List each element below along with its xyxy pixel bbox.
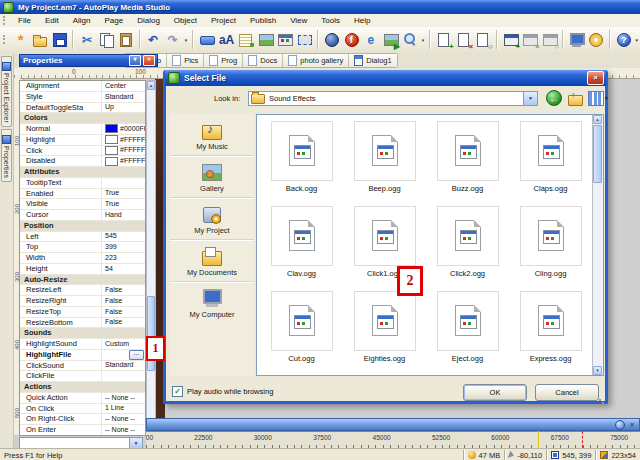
file-thumbnail-frame[interactable] <box>271 121 333 181</box>
property-value[interactable]: False <box>102 307 145 317</box>
file-item[interactable]: Click2.ogg <box>426 206 509 291</box>
back-button[interactable]: ← <box>546 90 562 106</box>
property-row[interactable]: HighlightSoundCustom <box>20 339 145 350</box>
redo-icon[interactable]: ↷ <box>164 31 181 49</box>
property-value[interactable]: #0000FF <box>102 124 145 134</box>
property-row[interactable]: On Click1 Line <box>20 404 145 415</box>
property-row[interactable]: TooltipText <box>20 178 145 189</box>
property-row[interactable]: Disabled#FFFFFF <box>20 156 145 167</box>
file-item[interactable]: Claps.ogg <box>509 121 592 206</box>
properties-scrollbar[interactable]: ▲ ▼ <box>146 80 156 436</box>
file-item[interactable]: Cut.ogg <box>260 291 343 376</box>
property-row[interactable]: DefaultToggleStaUp <box>20 103 145 114</box>
property-row[interactable]: Left545 <box>20 232 145 243</box>
property-value[interactable]: True <box>102 199 145 209</box>
open-project-icon[interactable] <box>31 31 48 49</box>
window-titlebar[interactable]: My Project.am7 - AutoPlay Media Studio <box>0 0 640 14</box>
property-value[interactable]: False <box>102 318 145 328</box>
play-audio-checkbox[interactable]: ✓ <box>172 386 183 397</box>
places-item-my-documents[interactable]: My Documents <box>170 239 254 281</box>
tab-dialog1[interactable]: Dialog1 <box>349 54 396 67</box>
file-item[interactable]: Back.ogg <box>260 121 343 206</box>
chevron-down-icon[interactable]: ▼ <box>523 92 537 105</box>
undo-icon[interactable]: ↶ <box>145 31 162 49</box>
file-item[interactable]: Buzz.ogg <box>426 121 509 206</box>
property-row[interactable]: Quick Action-- None -- <box>20 393 145 404</box>
file-thumbnail-frame[interactable] <box>520 206 582 266</box>
timeline-ruler[interactable]: 1500022500300003750045000525006000067500… <box>146 431 640 448</box>
scroll-up-icon[interactable]: ▲ <box>593 115 602 124</box>
property-row[interactable]: HighlightFile... <box>20 350 145 361</box>
property-row[interactable]: Top399 <box>20 242 145 253</box>
places-item-my-project[interactable]: My Project <box>170 197 254 239</box>
flash-object-icon[interactable]: f <box>343 31 360 49</box>
cut-icon[interactable]: ✂ <box>78 31 95 49</box>
new-project-icon[interactable]: * <box>12 31 29 49</box>
property-row[interactable]: CursorHand <box>20 210 145 221</box>
file-item[interactable]: Cling.ogg <box>509 206 592 291</box>
file-thumbnail-frame[interactable] <box>271 291 333 351</box>
file-thumbnail-frame[interactable] <box>354 291 416 351</box>
property-value[interactable] <box>102 371 145 381</box>
resize-grip[interactable] <box>598 398 604 404</box>
file-thumbnail-frame[interactable] <box>354 206 416 266</box>
property-value[interactable]: #FFFFFF <box>102 135 145 145</box>
browser-object-icon[interactable]: e <box>362 31 379 49</box>
property-value[interactable]: 545 <box>102 232 145 242</box>
file-item[interactable]: Eighties.ogg <box>343 291 426 376</box>
property-row[interactable]: ClickSoundStandard <box>20 361 145 372</box>
property-row[interactable]: VisibleTrue <box>20 199 145 210</box>
timeline-menu-icon[interactable] <box>615 420 625 430</box>
property-row[interactable]: ResizeLeftFalse <box>20 285 145 296</box>
label-object-icon[interactable]: aA <box>218 31 235 49</box>
close-icon[interactable]: × <box>143 55 155 66</box>
side-tab-properties[interactable]: Properties <box>1 129 12 182</box>
property-value[interactable]: 1 Line <box>102 404 145 414</box>
file-item[interactable]: Beep.ogg <box>343 121 426 206</box>
scroll-up-icon[interactable]: ▲ <box>147 81 155 90</box>
file-item[interactable]: Express.ogg <box>509 291 592 376</box>
look-in-combobox[interactable]: Sound Effects ▼ <box>248 91 538 106</box>
menu-item-page[interactable]: Page <box>97 14 130 27</box>
file-thumbnail-frame[interactable] <box>437 206 499 266</box>
property-value[interactable] <box>102 178 145 188</box>
cancel-button[interactable]: Cancel <box>535 384 599 401</box>
property-value[interactable]: 223 <box>102 253 145 263</box>
scrollbar-thumb[interactable] <box>593 125 602 183</box>
menu-item-publish[interactable]: Publish <box>243 14 283 27</box>
property-value[interactable]: Hand <box>102 210 145 220</box>
property-value[interactable]: True <box>102 189 145 199</box>
property-row[interactable]: StyleStandard <box>20 92 145 103</box>
menu-item-object[interactable]: Object <box>167 14 204 27</box>
tab-pics[interactable]: Pics <box>167 54 204 67</box>
property-value[interactable]: Center <box>102 81 145 91</box>
ok-button[interactable]: OK <box>463 384 527 401</box>
tab-photo-gallery[interactable]: photo gallery <box>283 54 349 67</box>
file-thumbnail-frame[interactable] <box>271 206 333 266</box>
add-page-icon[interactable]: + <box>435 31 452 49</box>
slideshow-object-icon[interactable]: ▶ <box>382 31 399 49</box>
property-value[interactable]: False <box>102 285 145 295</box>
menu-item-tools[interactable]: Tools <box>314 14 347 27</box>
view-menu-button[interactable] <box>588 91 604 106</box>
menu-item-view[interactable]: View <box>283 14 314 27</box>
property-value[interactable]: Up <box>102 103 145 113</box>
file-thumbnail-frame[interactable] <box>437 121 499 181</box>
property-row[interactable]: Highlight#FFFFFF <box>20 135 145 146</box>
property-value[interactable]: Custom <box>102 339 145 349</box>
property-value[interactable]: Standard <box>102 361 145 371</box>
property-row[interactable]: On Right-Click-- None -- <box>20 414 145 425</box>
browse-button[interactable]: ... <box>129 350 144 360</box>
places-item-gallery[interactable]: Gallery <box>170 155 254 197</box>
redo-dropdown-icon[interactable]: ▾ <box>183 31 190 49</box>
menu-item-file[interactable]: File <box>11 14 38 27</box>
file-thumbnail-frame[interactable] <box>520 121 582 181</box>
menu-item-edit[interactable]: Edit <box>38 14 66 27</box>
property-row[interactable]: ClickFile <box>20 371 145 382</box>
zoom-tool-icon[interactable] <box>401 31 418 49</box>
up-one-level-button[interactable]: ↑ <box>567 90 583 106</box>
close-icon[interactable]: × <box>587 71 604 85</box>
button-object-icon[interactable] <box>198 31 215 49</box>
menu-item-dialog[interactable]: Dialog <box>130 14 167 27</box>
pin-icon[interactable]: ▾ <box>129 55 141 66</box>
